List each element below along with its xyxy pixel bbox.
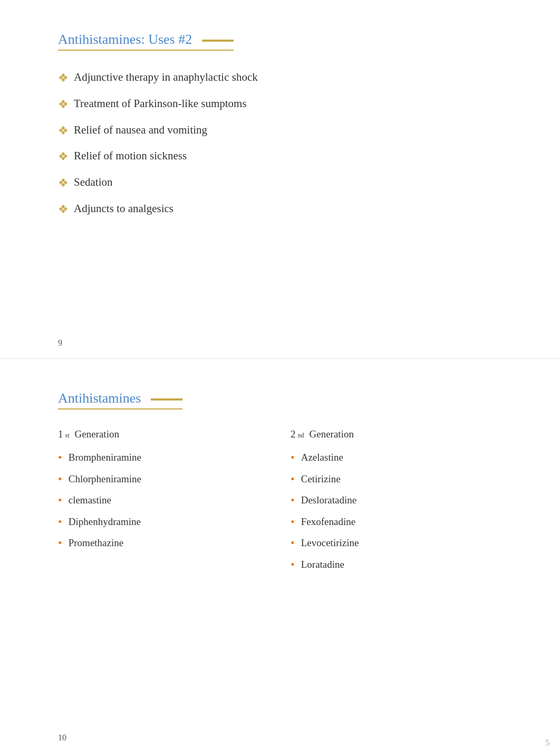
list-item: ❖ Treatment of Parkinson-like sumptoms (58, 96, 502, 113)
list-item: ❖ Adjuncts to analgesics (58, 201, 502, 218)
drug-name: Levocetirizine (301, 536, 359, 550)
slide-1-title: Antihistamines: Uses #2 (58, 32, 234, 51)
bullet-text: Sedation (74, 175, 113, 190)
diamond-bullet-icon: ❖ (58, 70, 69, 87)
bullet-text: Adjunctive therapy in anaphylactic shock (74, 70, 258, 85)
slide-2-page-number: 10 (58, 733, 66, 742)
diamond-bullet-icon: ❖ (58, 175, 69, 192)
page: Antihistamines: Uses #2 ❖ Adjunctive the… (0, 0, 560, 753)
slide-2: Antihistamines 1 st Generation • Bromphe… (0, 359, 560, 753)
bullet-text: Treatment of Parkinson-like sumptoms (74, 96, 247, 111)
drug-name: Azelastine (301, 451, 343, 465)
gen2-number: 2 (291, 428, 296, 440)
orange-bullet-icon: • (58, 452, 62, 463)
list-item: • Promethazine (58, 536, 269, 550)
bullet-text: Relief of nausea and vomiting (74, 122, 207, 138)
gen2-label: Generation (310, 428, 354, 440)
gen1-drug-list: • Brompheniramine • Chlorpheniramine • c… (58, 451, 269, 550)
list-item: • Cetirizine (291, 472, 502, 487)
bullet-text: Relief of motion sickness (74, 148, 187, 164)
list-item: • Desloratadine (291, 493, 502, 508)
drug-name: Fexofenadine (301, 515, 355, 529)
generation-2-column: 2 nd Generation • Azelastine • Cetirizin… (291, 428, 502, 579)
bullet-text: Adjuncts to analgesics (74, 201, 173, 216)
orange-bullet-icon: • (58, 494, 62, 506)
list-item: • Azelastine (291, 451, 502, 465)
list-item: • Fexofenadine (291, 515, 502, 529)
drug-name: Chlorpheniramine (69, 472, 141, 487)
list-item: • clemastine (58, 493, 269, 508)
slide-1-bullet-list: ❖ Adjunctive therapy in anaphylactic sho… (58, 70, 502, 218)
list-item: • Levocetirizine (291, 536, 502, 550)
diamond-bullet-icon: ❖ (58, 202, 69, 218)
orange-bullet-icon: • (58, 537, 62, 549)
orange-bullet-icon: • (58, 473, 62, 485)
list-item: • Brompheniramine (58, 451, 269, 465)
drug-name: Promethazine (69, 536, 123, 550)
drug-name: Loratadine (301, 558, 344, 572)
slide-1-title-text: Antihistamines: Uses #2 (58, 32, 192, 47)
slide-1: Antihistamines: Uses #2 ❖ Adjunctive the… (0, 0, 560, 359)
orange-bullet-icon: • (291, 516, 295, 528)
diamond-bullet-icon: ❖ (58, 149, 69, 165)
diamond-bullet-icon: ❖ (58, 123, 69, 139)
generation-2-header: 2 nd Generation (291, 428, 502, 440)
title-decoration (202, 40, 234, 42)
orange-bullet-icon: • (58, 516, 62, 528)
orange-bullet-icon: • (291, 494, 295, 506)
generation-1-header: 1 st Generation (58, 428, 269, 440)
orange-bullet-icon: • (291, 452, 295, 463)
list-item: • Chlorpheniramine (58, 472, 269, 487)
list-item: • Loratadine (291, 558, 502, 572)
drug-name: Cetirizine (301, 472, 341, 487)
slide-2-title-text: Antihistamines (58, 390, 141, 406)
gen1-number: 1 (58, 428, 63, 440)
drug-name: Brompheniramine (69, 451, 141, 465)
list-item: ❖ Adjunctive therapy in anaphylactic sho… (58, 70, 502, 87)
list-item: ❖ Sedation (58, 175, 502, 192)
drug-name: Desloratadine (301, 493, 357, 508)
slide-1-page-number: 9 (58, 338, 62, 348)
orange-bullet-icon: • (291, 559, 295, 570)
generations-container: 1 st Generation • Brompheniramine • Chlo… (58, 428, 502, 579)
slide-2-title: Antihistamines (58, 390, 182, 409)
list-item: ❖ Relief of motion sickness (58, 148, 502, 165)
gen2-drug-list: • Azelastine • Cetirizine • Desloratadin… (291, 451, 502, 572)
gen1-label: Generation (75, 428, 119, 440)
generation-1-column: 1 st Generation • Brompheniramine • Chlo… (58, 428, 269, 579)
orange-bullet-icon: • (291, 537, 295, 549)
gen2-superscript: nd (298, 432, 304, 440)
title-decoration-2 (151, 398, 182, 401)
drug-name: clemastine (69, 493, 111, 508)
orange-bullet-icon: • (291, 473, 295, 485)
gen1-superscript: st (65, 432, 70, 440)
list-item: • Diphenhydramine (58, 515, 269, 529)
list-item: ❖ Relief of nausea and vomiting (58, 122, 502, 139)
drug-name: Diphenhydramine (69, 515, 141, 529)
corner-label: 5 (545, 738, 549, 748)
diamond-bullet-icon: ❖ (58, 97, 69, 113)
